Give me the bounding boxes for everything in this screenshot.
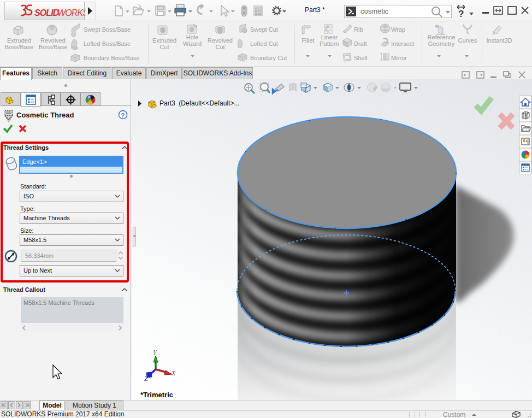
svg-text:SOLID: SOLID bbox=[34, 8, 60, 17]
svg-text:?: ? bbox=[458, 9, 464, 18]
svg-text:WORKS: WORKS bbox=[57, 8, 85, 17]
svg-text:?: ? bbox=[121, 112, 125, 119]
svg-text:X: X bbox=[171, 369, 176, 377]
svg-text:Y: Y bbox=[153, 349, 157, 356]
svg-text:Z: Z bbox=[144, 375, 148, 382]
